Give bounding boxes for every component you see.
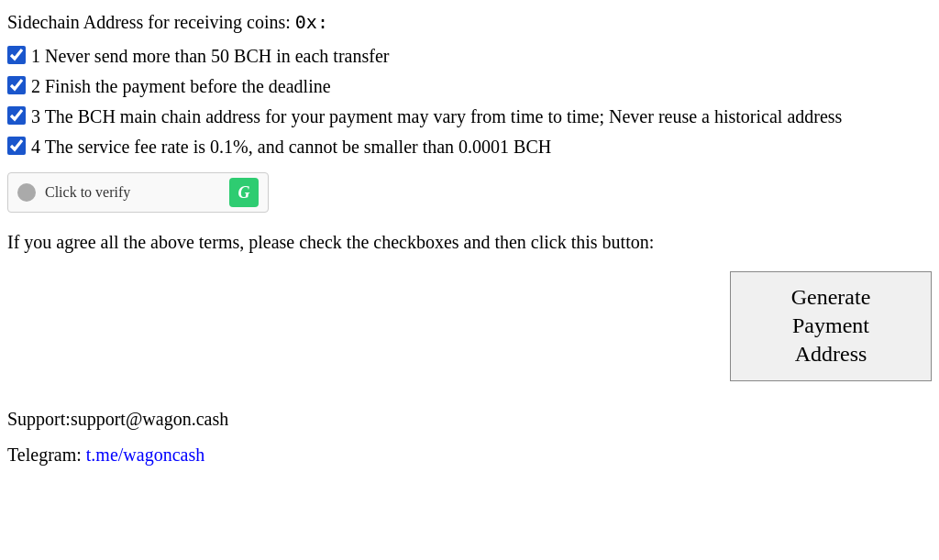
support-line: Support:support@wagon.cash <box>7 409 932 430</box>
verify-text: Click to verify <box>45 184 229 201</box>
checkbox-4[interactable] <box>7 137 26 155</box>
checkbox-item-4: 4 The service fee rate is 0.1%, and cann… <box>7 135 932 159</box>
support-email: support@wagon.cash <box>71 409 228 429</box>
checkbox-label-2: 2 Finish the payment before the deadline <box>31 74 331 99</box>
support-label: Support: <box>7 409 71 429</box>
telegram-link[interactable]: t.me/wagoncash <box>86 445 204 465</box>
generate-payment-address-button[interactable]: Generate Payment Address <box>730 271 932 381</box>
verify-dot <box>17 183 36 202</box>
agreement-text: If you agree all the above terms, please… <box>7 229 932 255</box>
checkbox-label-1: 1 Never send more than 50 BCH in each tr… <box>31 44 389 69</box>
checkbox-label-4: 4 The service fee rate is 0.1%, and cann… <box>31 135 551 159</box>
verify-widget[interactable]: Click to verify G <box>7 172 269 213</box>
checkbox-number-4: 4 <box>31 137 45 157</box>
checkbox-3[interactable] <box>7 106 26 125</box>
sidechain-address-line: Sidechain Address for receiving coins: 0… <box>7 11 932 33</box>
checkbox-1[interactable] <box>7 46 26 64</box>
checkbox-number-2: 2 <box>31 76 45 96</box>
checkbox-number-3: 3 <box>31 106 45 126</box>
checkbox-label-3: 3 The BCH main chain address for your pa… <box>31 104 842 129</box>
sidechain-label: Sidechain Address for receiving coins: <box>7 12 291 32</box>
checkbox-item-2: 2 Finish the payment before the deadline <box>7 74 932 99</box>
verify-icon: G <box>229 178 259 207</box>
telegram-label: Telegram: <box>7 445 82 465</box>
checkbox-number-1: 1 <box>31 46 45 66</box>
checkbox-2[interactable] <box>7 76 26 94</box>
checkbox-item-1: 1 Never send more than 50 BCH in each tr… <box>7 44 932 69</box>
generate-button-container: Generate Payment Address <box>7 271 932 381</box>
telegram-line: Telegram: t.me/wagoncash <box>7 445 932 466</box>
checkbox-item-3: 3 The BCH main chain address for your pa… <box>7 104 932 129</box>
sidechain-address: 0x: <box>295 11 328 33</box>
